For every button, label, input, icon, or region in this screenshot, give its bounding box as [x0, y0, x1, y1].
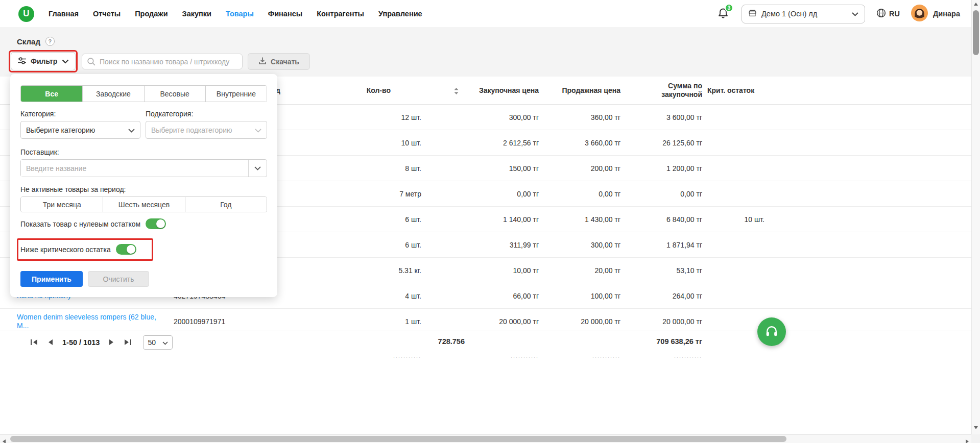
product-purchase-price: 311,99 тг — [434, 241, 539, 249]
supplier-dropdown-button[interactable] — [248, 160, 267, 177]
search-box — [82, 54, 243, 69]
download-icon — [258, 57, 267, 66]
search-icon — [87, 57, 95, 68]
clear-button[interactable]: Очистить — [88, 271, 149, 287]
inactive-period-options: Три месяца Шесть месяцев Год — [20, 196, 267, 212]
product-qty: 7 метр — [286, 190, 434, 198]
period-three-months[interactable]: Три месяца — [21, 197, 103, 212]
product-purchase-total: 264,00 тг — [620, 292, 702, 300]
product-sale-price: 360,00 тг — [539, 113, 620, 121]
nav-item-prodazhi[interactable]: Продажи — [135, 10, 168, 18]
notifications-button[interactable]: 3 — [717, 7, 730, 20]
product-name-link[interactable]: Women denim sleeveless rompers (62 blue,… — [17, 313, 174, 330]
product-critical-stock: 10 шт. — [702, 215, 771, 224]
topbar: U Главная Отчеты Продажи Закупки Товары … — [0, 0, 971, 28]
nav-item-zakupki[interactable]: Закупки — [182, 10, 211, 18]
category-select[interactable]: Выберите категорию — [20, 121, 140, 139]
vertical-scrollbar — [971, 0, 980, 434]
zero-stock-toggle[interactable] — [146, 218, 166, 229]
chevron-down-icon — [62, 57, 69, 65]
filter-button[interactable]: Фильтр — [11, 52, 76, 70]
search-input[interactable] — [82, 54, 243, 69]
help-icon[interactable]: ? — [45, 37, 55, 46]
redacted-row: ··········· ··········· ··········· ····… — [0, 355, 971, 360]
scroll-down-arrow[interactable] — [974, 426, 978, 429]
product-purchase-total: 1 871,94 тг — [620, 241, 702, 249]
product-purchase-total: 26 125,60 тг — [620, 139, 702, 147]
product-purchase-price: 66,00 тг — [434, 292, 539, 300]
product-purchase-total: 0,00 тг — [620, 190, 702, 198]
horizontal-scroll-thumb[interactable] — [10, 436, 786, 442]
scrollbar-corner — [971, 434, 980, 443]
nav-item-finansy[interactable]: Финансы — [268, 10, 302, 18]
vertical-scroll-thumb[interactable] — [973, 10, 979, 55]
globe-icon — [876, 8, 886, 19]
nav-item-otchety[interactable]: Отчеты — [93, 10, 121, 18]
nav-item-glavnaya[interactable]: Главная — [49, 10, 79, 18]
nav-item-upravlenie[interactable]: Управление — [378, 10, 422, 18]
product-qty: 12 шт. — [286, 113, 434, 121]
page-head: Склад ? — [17, 37, 55, 46]
support-fab[interactable] — [757, 317, 786, 346]
period-six-months[interactable]: Шесть месяцев — [103, 197, 184, 212]
sort-icon[interactable] — [453, 87, 459, 97]
subcategory-label: Подкатегория: — [146, 110, 193, 118]
product-sale-price: 3 660,00 тг — [539, 139, 620, 147]
critical-stock-toggle[interactable] — [116, 244, 136, 255]
page-size-value: 50 — [148, 338, 156, 347]
tab-zavodskie[interactable]: Заводские — [82, 86, 144, 102]
company-selector[interactable]: Демо 1 (Осн) лд — [742, 5, 865, 23]
filter-button-label: Фильтр — [31, 57, 57, 65]
last-page-button[interactable] — [122, 337, 134, 348]
prev-page-button[interactable] — [45, 337, 55, 348]
product-purchase-total: 53,10 тг — [620, 266, 702, 275]
scroll-right-arrow[interactable] — [966, 439, 969, 443]
zero-stock-toggle-row: Показать товар с нулевым остатком — [20, 218, 166, 229]
zero-stock-toggle-label: Показать товар с нулевым остатком — [20, 220, 140, 228]
product-purchase-price: 0,00 тг — [434, 190, 539, 198]
supplier-input[interactable] — [21, 160, 248, 177]
download-button[interactable]: Скачать — [248, 53, 310, 70]
user-name: Динара — [933, 10, 960, 18]
nav-item-tovary[interactable]: Товары — [226, 10, 254, 18]
period-year[interactable]: Год — [185, 197, 267, 212]
product-qty: 10 шт. — [286, 139, 434, 147]
main-navigation: Главная Отчеты Продажи Закупки Товары Фи… — [49, 10, 422, 18]
filter-panel: Все Заводские Весовые Внутренние Категор… — [10, 74, 277, 297]
sliders-icon — [17, 56, 27, 67]
apply-button[interactable]: Применить — [20, 271, 83, 287]
pagination-range: 1-50 / 1013 — [62, 338, 100, 347]
notification-badge: 3 — [725, 4, 733, 12]
language-selector[interactable]: RU — [876, 8, 900, 19]
header-purchase-total: Сумма по закупочной — [620, 82, 702, 99]
store-icon — [748, 9, 757, 19]
total-purchase-sum: 709 638,26 тг — [620, 337, 702, 346]
warehouse-page: Склад ? Фильтр Скачать Штрихкод Кол-во З… — [0, 28, 971, 434]
product-purchase-total: 6 840,00 тг — [620, 215, 702, 224]
header-qty[interactable]: Кол-во — [286, 86, 434, 94]
scroll-up-arrow[interactable] — [974, 3, 978, 6]
filter-type-tabs: Все Заводские Весовые Внутренние — [20, 85, 267, 102]
user-menu[interactable]: Динара — [911, 5, 960, 23]
next-page-button[interactable] — [107, 337, 116, 348]
first-page-button[interactable] — [28, 337, 40, 348]
tab-vesovye[interactable]: Весовые — [144, 86, 205, 102]
product-purchase-price: 20 000,00 тг — [434, 317, 539, 326]
chevron-down-icon — [162, 338, 168, 347]
page-size-select[interactable]: 50 — [143, 335, 173, 350]
nav-item-kontragenty[interactable]: Контрагенты — [317, 10, 364, 18]
subcategory-select[interactable]: Выберите подкатегорию — [146, 121, 267, 139]
table-footer: 1-50 / 1013 50 728.756 709 638,26 тг — [0, 331, 971, 353]
product-purchase-price: 10,00 тг — [434, 266, 539, 275]
product-qty: 5.31 кг. — [286, 266, 434, 275]
scroll-left-arrow[interactable] — [3, 439, 6, 443]
product-barcode: 2000109971971 — [174, 317, 286, 326]
download-button-label: Скачать — [271, 58, 299, 66]
tab-vnutrennie[interactable]: Внутренние — [205, 86, 267, 102]
chevron-down-icon — [255, 126, 261, 134]
product-qty: 6 шт. — [286, 215, 434, 224]
app-logo[interactable]: U — [18, 6, 34, 22]
language-code: RU — [889, 10, 900, 18]
tab-vse[interactable]: Все — [21, 86, 82, 102]
header-purchase-price: Закупочная цена — [434, 86, 539, 94]
